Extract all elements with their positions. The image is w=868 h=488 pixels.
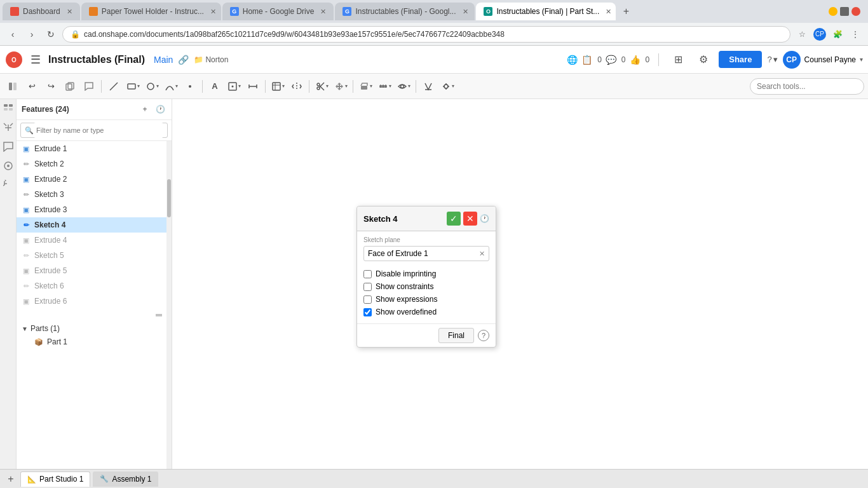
3d-view-tool[interactable]: ▾ bbox=[269, 78, 287, 95]
show-constraints-checkbox[interactable] bbox=[363, 283, 372, 291]
trim-tool[interactable]: ▾ bbox=[313, 78, 330, 95]
line-tool[interactable] bbox=[105, 78, 123, 95]
sketch-cancel-button[interactable]: ✕ bbox=[463, 212, 477, 226]
grid-view-button[interactable]: ⊞ bbox=[668, 50, 688, 70]
text-tool[interactable]: A bbox=[206, 78, 224, 95]
tab-instructables-5[interactable]: O Instructables (Final) | Part St... ✕ bbox=[476, 3, 616, 20]
transform-tool[interactable]: ▾ bbox=[225, 78, 243, 95]
features-icon[interactable] bbox=[1, 102, 15, 116]
transform-2-tool[interactable]: ▾ bbox=[332, 78, 349, 95]
forward-button[interactable]: › bbox=[24, 27, 39, 42]
tab-close-icon[interactable]: ✕ bbox=[210, 8, 216, 16]
add-feature-button[interactable]: + bbox=[139, 103, 151, 116]
normal-tool[interactable] bbox=[419, 78, 437, 95]
tab-google-drive[interactable]: G Home - Google Drive ✕ bbox=[222, 3, 334, 20]
tab-close-icon[interactable]: ✕ bbox=[606, 8, 611, 16]
user-area[interactable]: CP Counsel Payne ▾ bbox=[783, 51, 863, 69]
point-tool[interactable] bbox=[181, 78, 199, 95]
arc-tool[interactable]: ▾ bbox=[162, 78, 180, 95]
show-expressions-checkbox[interactable] bbox=[363, 295, 372, 304]
feature-item-extrude5[interactable]: ▣ Extrude 5 bbox=[17, 263, 166, 278]
plane-clear-icon[interactable]: ✕ bbox=[479, 250, 485, 258]
tab-paper-towel[interactable]: Paper Towel Holder - Instruc... ✕ bbox=[81, 3, 221, 20]
dimension-tool[interactable] bbox=[244, 78, 262, 95]
tab-part-studio-1[interactable]: 📐 Part Studio 1 bbox=[20, 471, 90, 487]
feature-item-sketch3[interactable]: ✏ Sketch 3 bbox=[17, 187, 166, 202]
close-button[interactable] bbox=[851, 7, 860, 16]
disable-imprinting-checkbox[interactable] bbox=[363, 270, 372, 278]
bookmark-icon[interactable]: ☆ bbox=[794, 27, 810, 42]
checkbox-show-overdefined[interactable]: Show overdefined bbox=[363, 306, 489, 318]
sketch-clock-icon[interactable]: 🕐 bbox=[480, 214, 489, 223]
tab-assembly-1[interactable]: 🔧 Assembly 1 bbox=[93, 471, 158, 487]
menu-icon[interactable]: ⋮ bbox=[848, 27, 863, 42]
checkbox-show-constraints[interactable]: Show constraints bbox=[363, 280, 489, 293]
tab-close-icon[interactable]: ✕ bbox=[320, 8, 326, 16]
feature-item-extrude4[interactable]: ▣ Extrude 4 bbox=[17, 233, 166, 248]
tool-dropdown-arrow: ▾ bbox=[326, 83, 329, 89]
measure-tool[interactable]: ▾ bbox=[376, 78, 393, 95]
help-button[interactable]: ? ▾ bbox=[767, 55, 777, 64]
profile-icon[interactable]: CP bbox=[812, 27, 827, 42]
parts-header[interactable]: ▼ Parts (1) bbox=[22, 323, 161, 334]
feature-history-button[interactable]: 🕐 bbox=[154, 103, 166, 116]
feature-item-sketch6[interactable]: ✏ Sketch 6 bbox=[17, 278, 166, 294]
copy-icon[interactable]: 📋 bbox=[581, 55, 592, 65]
show-overdefined-checkbox[interactable] bbox=[363, 308, 372, 316]
globe-icon[interactable]: 🌐 bbox=[567, 55, 578, 65]
assembly-icon[interactable] bbox=[1, 159, 15, 173]
back-button[interactable]: ‹ bbox=[5, 27, 20, 42]
search-tools-input[interactable] bbox=[750, 78, 864, 95]
feature-item-sketch2[interactable]: ✏ Sketch 2 bbox=[17, 156, 166, 172]
feature-item-extrude2[interactable]: ▣ Extrude 2 bbox=[17, 172, 166, 187]
settings-button[interactable]: ⚙ bbox=[693, 50, 714, 70]
part-item-1[interactable]: 📦 Part 1 bbox=[22, 334, 161, 349]
minimize-button[interactable] bbox=[829, 7, 837, 16]
undo-button[interactable]: ↩ bbox=[23, 78, 41, 95]
history-icon[interactable] bbox=[1, 178, 15, 192]
features-scrollbar[interactable] bbox=[166, 141, 172, 469]
extensions-icon[interactable]: 🧩 bbox=[830, 27, 845, 42]
copy-button[interactable] bbox=[61, 78, 79, 95]
final-button[interactable]: Final bbox=[438, 328, 474, 343]
new-tab-button[interactable]: + bbox=[617, 3, 635, 20]
feature-item-extrude1[interactable]: ▣ Extrude 1 bbox=[17, 141, 166, 156]
sketch-ok-button[interactable]: ✓ bbox=[447, 212, 461, 226]
tab-close-icon[interactable]: ✕ bbox=[463, 8, 468, 16]
checkbox-disable-imprinting[interactable]: Disable imprinting bbox=[363, 268, 489, 280]
feature-item-sketch5[interactable]: ✏ Sketch 5 bbox=[17, 248, 166, 263]
add-tab-button[interactable]: + bbox=[4, 472, 18, 486]
tab-instructables-4[interactable]: G Instructables (Final) - Googl... ✕ bbox=[335, 3, 475, 20]
scrollbar-thumb[interactable] bbox=[167, 179, 171, 217]
feature-item-extrude3[interactable]: ▣ Extrude 3 bbox=[17, 202, 166, 217]
comment-icon[interactable]: 💬 bbox=[606, 55, 616, 65]
redo-button[interactable]: ↪ bbox=[42, 78, 60, 95]
filter-input[interactable] bbox=[34, 123, 163, 138]
constraint-tool[interactable]: ▾ bbox=[438, 78, 456, 95]
sketch-help-icon[interactable]: ? bbox=[478, 330, 489, 341]
maximize-button[interactable] bbox=[840, 7, 849, 16]
branch-label[interactable]: Main bbox=[154, 55, 173, 65]
extrude-tool[interactable]: ▾ bbox=[356, 78, 374, 95]
circle-tool[interactable]: ▾ bbox=[143, 78, 161, 95]
feature-item-sketch4[interactable]: ✏ Sketch 4 bbox=[17, 217, 166, 233]
rectangle-tool[interactable]: ▾ bbox=[124, 78, 142, 95]
comment-sidebar-icon[interactable] bbox=[1, 140, 15, 154]
link-icon[interactable]: 🔗 bbox=[178, 55, 189, 65]
tab-dashboard[interactable]: Dashboard ✕ bbox=[3, 3, 80, 20]
like-icon[interactable]: 👍 bbox=[630, 55, 641, 65]
view-tool[interactable]: ▾ bbox=[395, 78, 412, 95]
feature-item-extrude6[interactable]: ▣ Extrude 6 bbox=[17, 294, 166, 309]
mirror-tool[interactable] bbox=[288, 78, 306, 95]
parts-title: Parts (1) bbox=[31, 324, 60, 333]
sketch-plane-value[interactable]: Face of Extrude 1 ✕ bbox=[363, 246, 489, 261]
features-panel-toggle[interactable] bbox=[4, 78, 22, 95]
address-bar[interactable]: 🔒 cad.onshape.com/documents/1a098baf265c… bbox=[62, 26, 790, 43]
hamburger-icon[interactable]: ☰ bbox=[28, 50, 43, 69]
inspect-icon[interactable] bbox=[1, 121, 15, 135]
comment-button[interactable] bbox=[80, 78, 98, 95]
checkbox-show-expressions[interactable]: Show expressions bbox=[363, 293, 489, 306]
tab-close-icon[interactable]: ✕ bbox=[67, 8, 72, 16]
reload-button[interactable]: ↻ bbox=[43, 27, 58, 42]
share-button[interactable]: Share bbox=[719, 51, 762, 68]
